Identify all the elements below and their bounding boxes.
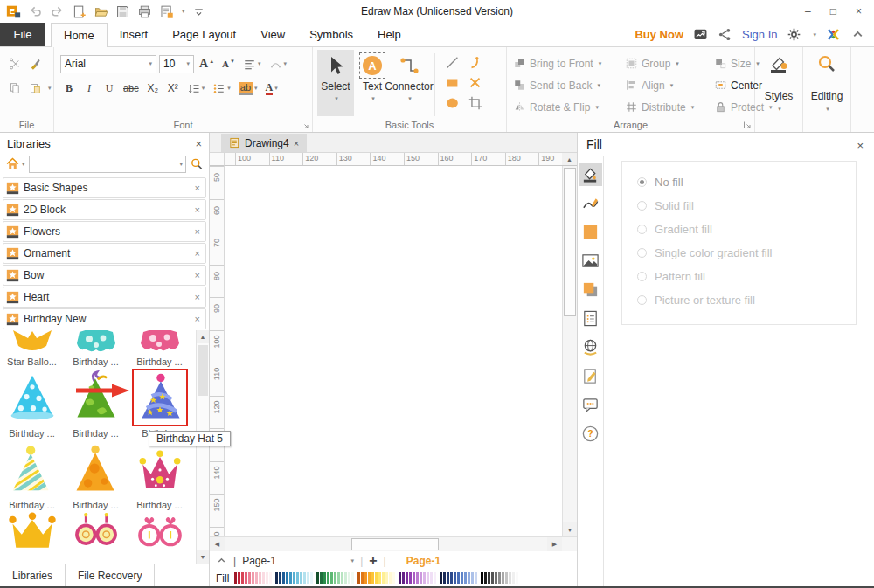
- library-item-heart[interactable]: Heart ×: [3, 287, 206, 308]
- color-swatch[interactable]: [447, 572, 449, 584]
- underline-button[interactable]: U: [101, 80, 118, 98]
- note-panel-icon[interactable]: [579, 364, 602, 388]
- color-swatch[interactable]: [275, 572, 278, 584]
- color-swatch[interactable]: [484, 572, 487, 584]
- bold-button[interactable]: B: [60, 80, 78, 98]
- color-swatch[interactable]: [392, 572, 395, 584]
- arrange-rotate-flip-button[interactable]: Rotate & Flip▾: [511, 97, 623, 117]
- search-dropdown-icon[interactable]: ▾: [179, 161, 183, 168]
- arrange-send-to-back-button[interactable]: Send to Back▾: [511, 75, 623, 95]
- remove-library-icon[interactable]: ×: [195, 204, 200, 215]
- picture-panel-icon[interactable]: [579, 249, 602, 273]
- fill-panel-icon[interactable]: [579, 163, 602, 186]
- erase-tool-button[interactable]: [465, 73, 486, 92]
- panel-tab-libraries[interactable]: Libraries: [0, 564, 66, 586]
- color-swatch[interactable]: [334, 572, 336, 584]
- paste-button[interactable]: [26, 80, 44, 98]
- color-swatch[interactable]: [430, 572, 433, 584]
- tab-view[interactable]: View: [248, 23, 297, 46]
- library-shape-cell[interactable]: [0, 512, 64, 552]
- open-folder-icon[interactable]: [93, 3, 108, 19]
- search-icon[interactable]: [190, 157, 204, 171]
- remove-library-icon[interactable]: ×: [195, 183, 200, 193]
- copy-button[interactable]: [6, 80, 24, 98]
- color-swatch[interactable]: [427, 572, 429, 584]
- library-item-flowers[interactable]: Flowers ×: [3, 221, 206, 242]
- editing-button[interactable]: Editing ▾: [803, 47, 851, 132]
- page-select[interactable]: Page-1▾: [242, 555, 354, 567]
- add-page-button[interactable]: +: [369, 555, 377, 567]
- color-swatch[interactable]: [516, 572, 518, 584]
- export-form-icon[interactable]: [158, 3, 174, 19]
- color-swatch[interactable]: [488, 572, 490, 584]
- arc-tool-button[interactable]: [465, 53, 486, 72]
- drawing-canvas[interactable]: [225, 166, 562, 536]
- font-family-select[interactable]: Arial▾: [60, 55, 156, 73]
- font-dialog-launcher[interactable]: [301, 121, 309, 129]
- comment-panel-icon[interactable]: [579, 393, 602, 417]
- color-swatch[interactable]: [269, 572, 272, 584]
- maximize-button[interactable]: □: [830, 5, 836, 17]
- library-item-basic-shapes[interactable]: Basic Shapes ×: [3, 177, 206, 198]
- connector-tool-button[interactable]: Connector▾: [391, 50, 427, 116]
- paste-dropdown-icon[interactable]: ▾: [48, 85, 52, 92]
- color-swatch[interactable]: [241, 572, 244, 584]
- library-shape-cell[interactable]: Birthday ...: [0, 369, 64, 440]
- color-swatch[interactable]: [471, 572, 474, 584]
- crown-yellow-shape[interactable]: [6, 512, 59, 552]
- cut-button[interactable]: [6, 55, 24, 73]
- scroll-down-icon[interactable]: ▼: [197, 550, 209, 564]
- library-search-input[interactable]: ▾: [29, 156, 186, 173]
- color-swatch[interactable]: [420, 572, 422, 584]
- vscrollbar-thumb[interactable]: [564, 168, 576, 316]
- fill-option-picture-or-texture-fill[interactable]: Picture or texture fill: [622, 288, 856, 312]
- crop-tool-button[interactable]: [465, 93, 486, 112]
- minimize-button[interactable]: –: [805, 5, 811, 17]
- color-swatch[interactable]: [423, 572, 426, 584]
- color-swatch[interactable]: [464, 572, 467, 584]
- library-item-birthday-new[interactable]: Birthday New ×: [3, 308, 206, 329]
- hat-blue-stars-shape[interactable]: [132, 369, 188, 426]
- color-swatch[interactable]: [289, 572, 292, 584]
- highlight-button[interactable]: ab▾: [236, 80, 260, 98]
- color-swatch[interactable]: [286, 572, 288, 584]
- color-swatch[interactable]: [457, 572, 460, 584]
- ellipse-tool-button[interactable]: [442, 93, 463, 112]
- gear-dropdown-icon[interactable]: ▾: [813, 31, 816, 38]
- color-swatch[interactable]: [293, 572, 295, 584]
- library-shape-cell[interactable]: [64, 512, 128, 552]
- undo-icon[interactable]: [27, 3, 43, 19]
- horizontal-scrollbar[interactable]: ◀ ▶: [210, 536, 577, 551]
- color-swatch[interactable]: [475, 572, 477, 584]
- tab-insert[interactable]: Insert: [108, 23, 161, 46]
- hat-blue-dots-shape[interactable]: [6, 369, 59, 426]
- sign-in-link[interactable]: Sign In: [742, 28, 777, 41]
- color-swatch[interactable]: [361, 572, 364, 584]
- tab-close-icon[interactable]: ×: [294, 138, 299, 149]
- fill-option-solid-fill[interactable]: Solid fill: [622, 194, 856, 218]
- rect-tool-button[interactable]: [442, 73, 463, 92]
- color-swatch[interactable]: [252, 572, 254, 584]
- shape-star-balloon-shape[interactable]: [7, 330, 58, 355]
- color-swatch[interactable]: [327, 572, 329, 584]
- color-swatch[interactable]: [461, 572, 463, 584]
- crown-pink-shape[interactable]: [134, 440, 186, 498]
- color-swatch[interactable]: [371, 572, 374, 584]
- page-tab-page1[interactable]: Page-1: [406, 555, 440, 567]
- library-item-ornament[interactable]: Ornament ×: [3, 243, 206, 264]
- library-shape-cell[interactable]: [128, 512, 191, 552]
- color-swatch[interactable]: [385, 572, 388, 584]
- line-panel-icon[interactable]: [579, 191, 602, 215]
- arrange-dialog-launcher[interactable]: [743, 121, 752, 129]
- color-swatch[interactable]: [498, 572, 501, 584]
- color-swatch[interactable]: [320, 572, 323, 584]
- color-swatch[interactable]: [434, 572, 436, 584]
- color-swatch[interactable]: [402, 572, 405, 584]
- arrange-bring-to-front-button[interactable]: Bring to Front▾: [511, 53, 623, 73]
- color-swatch[interactable]: [440, 572, 442, 584]
- color-swatch[interactable]: [279, 572, 281, 584]
- close-button[interactable]: ×: [856, 5, 862, 17]
- tab-file[interactable]: File: [0, 23, 45, 46]
- color-swatch[interactable]: [310, 572, 313, 584]
- line-spacing-button[interactable]: ▾: [184, 80, 208, 98]
